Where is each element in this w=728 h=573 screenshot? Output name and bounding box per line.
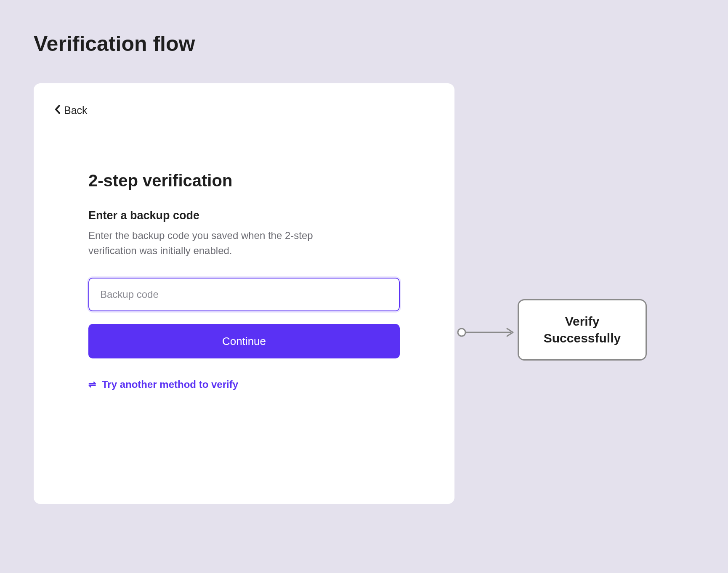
back-button[interactable]: Back — [55, 104, 88, 117]
swap-icon: ⇌ — [88, 380, 96, 389]
chevron-left-icon — [55, 104, 61, 117]
card-heading: 2-step verification — [88, 171, 400, 190]
try-another-method-link[interactable]: ⇌ Try another method to verify — [88, 379, 238, 390]
svg-point-0 — [458, 329, 465, 336]
card-subheading: Enter a backup code — [88, 209, 400, 222]
backup-code-input[interactable] — [88, 278, 400, 311]
try-another-method-label: Try another method to verify — [102, 379, 238, 390]
page-title: Verification flow — [34, 32, 195, 56]
card-description: Enter the backup code you saved when the… — [88, 228, 353, 258]
flow-result-node: Verify Successfully — [518, 299, 647, 361]
card-content: 2-step verification Enter a backup code … — [88, 171, 400, 390]
flow-result-label: Verify Successfully — [527, 313, 637, 347]
continue-button[interactable]: Continue — [88, 324, 400, 358]
verification-card: Back 2-step verification Enter a backup … — [34, 83, 454, 504]
flow-connector — [457, 326, 520, 339]
back-label: Back — [64, 104, 88, 117]
